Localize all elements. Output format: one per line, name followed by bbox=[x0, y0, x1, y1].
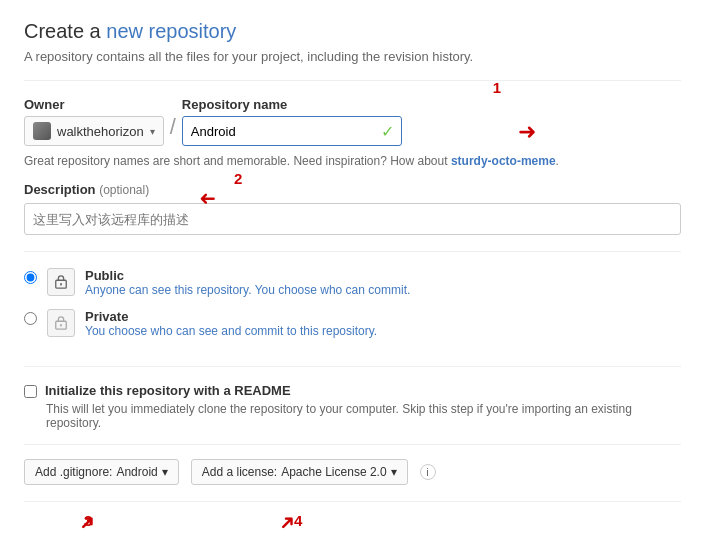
hint-after: . bbox=[556, 154, 559, 168]
public-radio[interactable] bbox=[24, 271, 37, 284]
slash-separator: / bbox=[170, 114, 176, 142]
repo-name-field-group: Repository name ✓ bbox=[182, 97, 402, 146]
description-label: Description (optional) bbox=[24, 182, 681, 197]
annotation-3: 3 bbox=[84, 512, 92, 529]
owner-dropdown-arrow: ▾ bbox=[150, 126, 155, 137]
description-input[interactable] bbox=[24, 203, 681, 235]
repo-name-input[interactable] bbox=[182, 116, 402, 146]
annotation-4: 4 bbox=[294, 512, 302, 529]
info-icon[interactable]: i bbox=[420, 464, 436, 480]
page-container: Create a new repository A repository con… bbox=[24, 20, 681, 542]
readme-section: Initialize this repository with a README… bbox=[24, 383, 681, 445]
repo-name-label: Repository name bbox=[182, 97, 402, 112]
annotation-1: 1 bbox=[493, 79, 501, 96]
private-icon bbox=[47, 309, 75, 337]
hint-before: Great repository names are short and mem… bbox=[24, 154, 451, 168]
suggestion-link[interactable]: sturdy-octo-meme bbox=[451, 154, 556, 168]
owner-field-group: Owner walkthehorizon ▾ bbox=[24, 97, 164, 146]
public-option: Public Anyone can see this repository. Y… bbox=[24, 268, 681, 297]
svg-rect-3 bbox=[60, 324, 62, 327]
readme-label: Initialize this repository with a README bbox=[45, 383, 291, 398]
private-option: Private You choose who can see and commi… bbox=[24, 309, 681, 338]
page-subtitle: A repository contains all the files for … bbox=[24, 49, 681, 81]
public-content: Public Anyone can see this repository. Y… bbox=[85, 268, 681, 297]
license-label: Add a license: bbox=[202, 465, 277, 479]
description-section: 2 ➜ Description (optional) bbox=[24, 182, 681, 252]
private-title: Private bbox=[85, 309, 681, 324]
readme-checkbox[interactable] bbox=[24, 385, 37, 398]
public-title: Public bbox=[85, 268, 681, 283]
readme-hint: This will let you immediately clone the … bbox=[46, 402, 681, 430]
check-icon: ✓ bbox=[381, 122, 394, 141]
public-desc: Anyone can see this repository. You choo… bbox=[85, 283, 681, 297]
owner-repo-row: Owner walkthehorizon ▾ / Repository name… bbox=[24, 97, 681, 146]
arrow-4: ➜ bbox=[273, 508, 302, 537]
owner-username: walkthehorizon bbox=[57, 124, 144, 139]
svg-rect-1 bbox=[60, 283, 62, 286]
private-radio[interactable] bbox=[24, 312, 37, 325]
gitignore-value: Android bbox=[116, 465, 157, 479]
owner-repo-section: 1 ➜ Owner walkthehorizon ▾ / Repository … bbox=[24, 97, 681, 168]
repo-name-wrapper: ✓ bbox=[182, 116, 402, 146]
hint-text: Great repository names are short and mem… bbox=[24, 154, 681, 168]
owner-select[interactable]: walkthehorizon ▾ bbox=[24, 116, 164, 146]
visibility-section: Public Anyone can see this repository. Y… bbox=[24, 268, 681, 367]
owner-avatar bbox=[33, 122, 51, 140]
dropdowns-row: 3 4 Add .gitignore: Android ▾ Add a lice… bbox=[24, 459, 681, 502]
gitignore-dropdown[interactable]: Add .gitignore: Android ▾ bbox=[24, 459, 179, 485]
arrow-3: ➜ bbox=[73, 508, 102, 537]
license-dropdown[interactable]: Add a license: Apache License 2.0 ▾ bbox=[191, 459, 408, 485]
gitignore-label: Add .gitignore: bbox=[35, 465, 112, 479]
public-icon bbox=[47, 268, 75, 296]
readme-checkbox-row: Initialize this repository with a README bbox=[24, 383, 681, 398]
private-desc: You choose who can see and commit to thi… bbox=[85, 324, 681, 338]
description-optional: (optional) bbox=[99, 183, 149, 197]
owner-label: Owner bbox=[24, 97, 164, 112]
private-content: Private You choose who can see and commi… bbox=[85, 309, 681, 338]
page-title: Create a new repository bbox=[24, 20, 681, 43]
license-value: Apache License 2.0 bbox=[281, 465, 386, 479]
gitignore-arrow: ▾ bbox=[162, 465, 168, 479]
license-arrow: ▾ bbox=[391, 465, 397, 479]
